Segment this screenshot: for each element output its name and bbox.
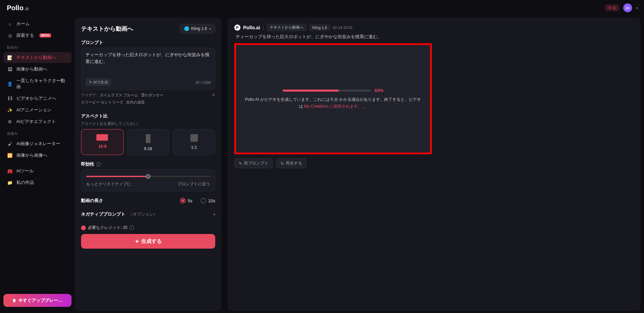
animation-icon: ✨ [7,107,13,113]
char-count: 33 / 1500 [195,80,211,84]
sidebar-item-home[interactable]: ⌂ ホーム [3,18,72,29]
upgrade-button[interactable]: ♛ 今すぐアップグレー… [3,294,72,307]
image-to-image-icon: 🔁 [7,152,13,158]
aspect-shape-icon [190,134,198,142]
aspect-16-9[interactable]: 16:9 [81,129,124,155]
sidebar-item-label: 画像から動画へ [16,66,47,72]
output-card: P Pollo.ai | テキストから動画へ Kling 1.6 02-14 2… [227,18,641,311]
prompt-box: ✎ AIで生成 33 / 1500 [81,48,215,90]
image-video-icon: 🖼 [7,66,13,72]
aspect-9-16[interactable]: 9:16 [127,129,170,155]
pollo-logo-icon: P [234,25,240,31]
progress-wrap: 63% [283,88,383,93]
output-chip-model: Kling 1.6 [309,25,330,31]
edit-icon: ✎ [239,161,242,166]
sidebar-item-explore[interactable]: ◎ 探索する BETA [3,30,72,41]
prompt-textarea[interactable] [85,51,211,75]
ai-generate-label: AIで生成 [93,80,108,85]
immediacy-label: 即効性 i [81,161,215,167]
aspect-shape-icon [96,134,108,141]
beta-badge: BETA [40,33,51,37]
aspect-text: 9:16 [144,146,152,151]
sidebar-item-ai-animation[interactable]: ✨ AIアニメーション [3,105,72,115]
aspect-label: アスペクト比 [81,113,215,119]
sidebar-item-label: 探索する [16,32,34,38]
generate-label: 生成する [141,238,162,245]
output-area: P Pollo.ai | テキストから動画へ Kling 1.6 02-14 2… [221,16,644,313]
output-header: P Pollo.ai | テキストから動画へ Kling 1.6 02-14 2… [234,24,634,31]
length-5s[interactable]: 5s [180,198,192,203]
immediacy-slider-box: もっとクリエイティブに プロンプトに従う [81,169,215,191]
slider-fill [86,176,148,177]
negative-optional: （オプション） [129,212,157,217]
chevron-down-icon: ▾ [214,213,215,216]
length-10s[interactable]: 10s [201,198,215,203]
refresh-icon[interactable]: ↻ [212,93,215,97]
slider-label-left: もっとクリエイティブに [86,181,131,187]
slider-thumb[interactable] [146,174,151,179]
sidebar-item-image-to-image[interactable]: 🔁 画像から画像へ [3,150,72,161]
immediacy-text: 即効性 [81,161,94,167]
idea-chip[interactable]: 雲のダンサー [141,93,163,98]
coin-icon [81,225,86,230]
folder-icon: 📁 [7,179,13,186]
info-icon[interactable]: i [129,225,134,230]
model-icon [184,26,189,31]
text-video-icon: 📝 [7,54,13,61]
sidebar-item-my-creations[interactable]: 📁 私の作品 [3,177,72,188]
person-icon: 👤 [7,81,13,87]
generate-button[interactable]: ✦ 生成する [81,234,215,249]
logo[interactable]: Pollo.ai [7,4,29,12]
credit-pill[interactable]: 0 ◎ [605,4,619,11]
avatar[interactable]: do [623,3,632,12]
ideas-row-2: スリーピー セントリーズ 古代の成長 [81,100,215,105]
slider-label-right: プロンプトに従う [177,181,210,187]
progress-percent: 63% [375,88,383,93]
negative-prompt-toggle[interactable]: ネガティブプロンプト （オプション） ▾ [81,210,215,219]
sidebar-item-label: AIツール [16,168,34,174]
model-select[interactable]: Kling 1.6 ▾ [180,24,215,33]
idea-chip[interactable]: スリーピー セントリーズ [81,100,123,105]
sidebar-item-label: ビデオからアニメへ [16,95,56,101]
output-brand: Pollo.ai [243,25,260,30]
regenerate-label: 再生する [286,160,302,166]
progress-fill [283,90,339,92]
crown-icon: ♛ [12,298,16,303]
info-icon[interactable]: i [96,162,101,167]
sidebar-item-label: 一貫したキャラクター動画 [16,78,68,90]
image-gen-icon: 🖌 [7,141,13,147]
chevron-down-icon[interactable]: ▾ [636,6,638,10]
logo-text: Pollo [7,4,23,12]
separator: | [263,25,264,30]
sidebar-item-ai-tools[interactable]: 🧰 AIツール [3,166,72,176]
reprompt-button[interactable]: ✎ 再プロンプト [234,158,273,168]
aspect-1-1[interactable]: 1:1 [173,129,215,155]
sidebar-item-text-to-video[interactable]: 📝 テキストから動画へ [3,52,72,63]
ai-generate-button[interactable]: ✎ AIで生成 [85,78,111,86]
aspect-help: アスペクト比を選択してください。 [81,121,215,126]
idea-chip[interactable]: タイムラプス ブルーム [100,93,138,98]
output-prompt: ティーカップを持った巨大ロボットが、にぎやかな街並みを慎重に進む。 [234,34,634,40]
sparkle-icon: ✦ [135,238,139,245]
prompt-label: プロンプト [81,40,215,46]
sidebar-item-label: AIビデオエフェクト [16,119,56,125]
output-chip-mode: テキストから動画へ [267,24,307,31]
my-creations-link[interactable]: My Creations に保存されます。 [304,104,362,109]
sidebar-item-image-generator[interactable]: 🖌 AI画像ジェネレーター [3,138,72,149]
home-icon: ⌂ [7,21,13,27]
reprompt-label: 再プロンプト [244,160,268,166]
immediacy-slider[interactable] [86,176,210,177]
sidebar-item-video-effects[interactable]: ⚙ AIビデオエフェクト [3,116,72,127]
coin-icon: ◎ [612,5,616,10]
output-timestamp: 02-14 23:01 [333,26,353,30]
idea-chip[interactable]: 古代の成長 [126,100,145,105]
sidebar-item-character-video[interactable]: 👤 一貫したキャラクター動画 [3,75,72,92]
sidebar-item-label: 画像から画像へ [16,152,47,158]
sidebar-item-image-to-video[interactable]: 🖼 画像から動画へ [3,64,72,75]
settings-panel: テキストから動画へ Kling 1.6 ▾ プロンプト ✎ AIで生成 33 /… [75,18,221,311]
regenerate-button[interactable]: ↻ 再生する [276,158,307,168]
tools-icon: 🧰 [7,168,13,174]
sidebar-item-label: テキストから動画へ [16,54,56,61]
sidebar-item-video-to-anime[interactable]: 🎞 ビデオからアニメへ [3,93,72,104]
length-option-label: 10s [208,198,215,203]
